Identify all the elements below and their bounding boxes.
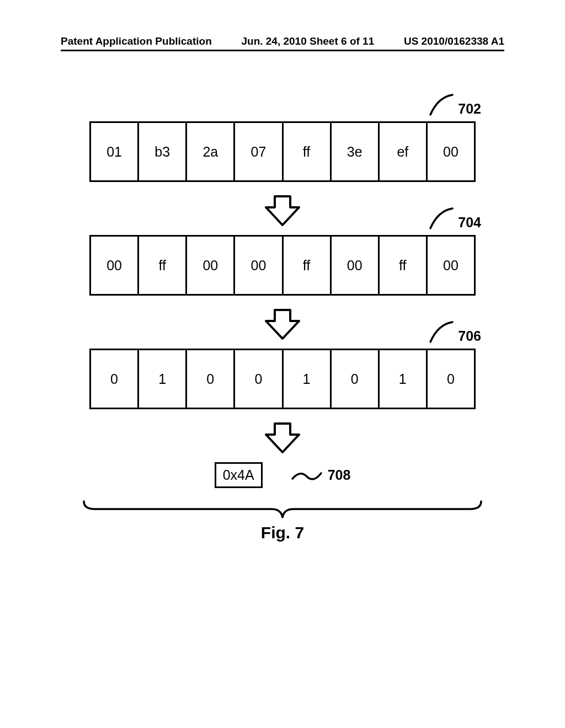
- byte-cell: 00: [332, 237, 380, 294]
- byte-cell: 3e: [332, 123, 380, 180]
- byte-row-702-block: 702 01 b3 2a 07 ff 3e ef 00: [72, 121, 493, 182]
- byte-row-702: 01 b3 2a 07 ff 3e ef 00: [89, 121, 476, 182]
- byte-cell: 1: [139, 350, 187, 408]
- header-center: Jun. 24, 2010 Sheet 6 of 11: [241, 35, 374, 47]
- byte-cell: 1: [284, 350, 332, 408]
- patent-page: Patent Application Publication Jun. 24, …: [0, 0, 565, 728]
- byte-cell: 0: [428, 350, 476, 408]
- byte-row-706-block: 706 0 1 0 0 1 0 1 0: [72, 349, 493, 409]
- byte-cell: 2a: [187, 123, 235, 180]
- byte-cell: 0: [91, 350, 139, 408]
- arrow-down-icon: [263, 420, 302, 456]
- callout-704: 704: [428, 206, 481, 231]
- ref-702: 702: [458, 101, 481, 117]
- byte-cell: 00: [428, 237, 476, 294]
- arrow-down-icon: [263, 193, 302, 228]
- byte-row-704: 00 ff 00 00 ff 00 ff 00: [89, 235, 476, 296]
- figure-7-diagram: 702 01 b3 2a 07 ff 3e ef 00 704: [72, 121, 493, 542]
- byte-cell: ff: [139, 237, 187, 294]
- byte-cell: 0: [187, 350, 235, 408]
- figure-brace: Fig. 7: [72, 498, 493, 542]
- byte-row-706: 0 1 0 0 1 0 1 0: [89, 349, 476, 409]
- byte-cell: 0: [332, 350, 380, 408]
- result-row: 0x4A 708: [72, 462, 493, 488]
- callout-curve-icon: [428, 93, 455, 117]
- result-box: 0x4A: [215, 462, 263, 488]
- byte-cell: 1: [380, 350, 428, 408]
- header-left: Patent Application Publication: [61, 35, 212, 47]
- header-rule: [61, 50, 504, 51]
- byte-cell: 00: [235, 237, 283, 294]
- byte-cell: 00: [187, 237, 235, 294]
- byte-cell: ff: [284, 123, 332, 180]
- underbrace-icon: [78, 498, 487, 520]
- page-header: Patent Application Publication Jun. 24, …: [0, 35, 565, 47]
- byte-cell: 00: [428, 123, 476, 180]
- byte-cell: ff: [284, 237, 332, 294]
- header-right: US 2010/0162338 A1: [404, 35, 504, 47]
- callout-702: 702: [428, 93, 481, 117]
- arrow-down-icon: [263, 307, 302, 342]
- ref-704: 704: [458, 215, 481, 231]
- callout-tilde-icon: [290, 468, 323, 483]
- byte-cell: 00: [91, 237, 139, 294]
- callout-curve-icon: [428, 206, 455, 231]
- byte-row-704-block: 704 00 ff 00 00 ff 00 ff 00: [72, 235, 493, 296]
- ref-706: 706: [458, 328, 481, 344]
- byte-cell: 01: [91, 123, 139, 180]
- byte-cell: 07: [235, 123, 283, 180]
- byte-cell: b3: [139, 123, 187, 180]
- callout-708: 708: [290, 467, 351, 483]
- callout-706: 706: [428, 320, 481, 344]
- byte-cell: ff: [380, 237, 428, 294]
- byte-cell: 0: [235, 350, 283, 408]
- figure-label: Fig. 7: [72, 523, 493, 542]
- ref-708: 708: [328, 467, 351, 483]
- byte-cell: ef: [380, 123, 428, 180]
- callout-curve-icon: [428, 320, 455, 344]
